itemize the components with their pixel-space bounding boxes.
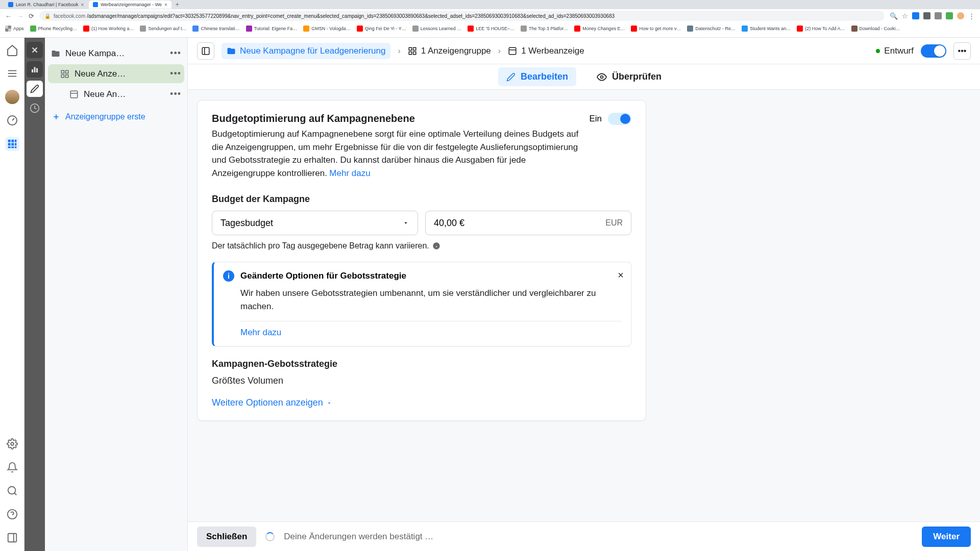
profile-icon[interactable] <box>957 12 964 19</box>
close-button[interactable]: Schließen <box>197 527 256 547</box>
currency-label: EUR <box>605 218 623 228</box>
forward-button[interactable]: → <box>17 12 23 20</box>
apps-button[interactable]: Apps <box>5 26 24 32</box>
info-icon[interactable] <box>432 242 440 250</box>
menu-icon[interactable] <box>5 66 19 81</box>
breadcrumb-adset[interactable]: 1 Anzeigengruppe <box>408 46 491 56</box>
bookmark-item[interactable]: Phone Recycling… <box>30 26 78 32</box>
close-icon[interactable]: × <box>81 2 84 8</box>
gear-icon[interactable] <box>5 437 19 451</box>
learn-more-link[interactable]: Mehr dazu <box>329 168 370 178</box>
tree-campaign-row[interactable]: Neue Kampa… ••• <box>48 44 184 63</box>
campaign-toggle[interactable] <box>921 44 946 58</box>
info-box: × i Geänderte Optionen für Gebotsstrateg… <box>212 262 631 346</box>
bookmark-item[interactable]: Download - Cooki… <box>851 26 900 32</box>
bookmark-item[interactable]: Student Wants an… <box>742 26 791 32</box>
extension-icon[interactable] <box>946 12 953 19</box>
home-icon[interactable] <box>5 43 19 57</box>
bookmark-item[interactable]: The Top 3 Platfor… <box>521 26 568 32</box>
tab-title: Werbeanzeigenmanager - We <box>101 2 162 7</box>
tree-adset-row[interactable]: Neue Anze… ••• <box>48 64 184 83</box>
bookmark-item[interactable]: Chinese translati… <box>192 26 239 32</box>
tree-ad-row[interactable]: Neue An… ••• <box>48 85 184 104</box>
more-menu-button[interactable]: ••• <box>953 42 971 60</box>
pencil-icon <box>506 72 516 82</box>
bookmark-item[interactable]: Qing Fei De Yi - Y… <box>357 26 406 32</box>
budget-amount-input[interactable] <box>434 218 605 229</box>
more-options-label: Weitere Optionen anzeigen <box>212 397 323 408</box>
browser-tab[interactable]: Leon R. Chaudhari | Facebook × <box>4 1 88 9</box>
avatar[interactable] <box>5 90 19 104</box>
ad-icon <box>69 90 79 99</box>
gauge-icon[interactable] <box>5 113 19 128</box>
bookmarks-bar: Apps Phone Recycling… (1) How Working a…… <box>0 22 980 35</box>
section-description: Budgetoptimierung auf Kampagnenebene sor… <box>212 129 578 178</box>
svg-rect-6 <box>15 140 16 142</box>
section-title: Budgetoptimierung auf Kampagnenebene <box>212 113 579 124</box>
next-button[interactable]: Weiter <box>922 527 971 547</box>
bookmark-item[interactable]: How to get more v… <box>631 26 681 32</box>
ad-icon <box>508 46 517 56</box>
url-bar[interactable]: 🔒 facebook.com/adsmanager/manage/campaig… <box>39 11 885 21</box>
back-button[interactable]: ← <box>5 12 12 20</box>
panel-toggle-button[interactable] <box>197 42 214 60</box>
search-icon[interactable] <box>5 484 19 498</box>
breadcrumb-campaign[interactable]: Neue Kampagne für Leadgenerierung <box>222 43 390 59</box>
tree-panel: Neue Kampa… ••• Neue Anze… ••• Neue An… … <box>45 38 188 551</box>
clock-icon[interactable] <box>27 100 43 116</box>
more-icon[interactable]: ••• <box>170 89 181 99</box>
close-button[interactable] <box>27 42 43 58</box>
zoom-icon[interactable]: 🔍 <box>890 12 898 20</box>
help-icon[interactable] <box>5 507 19 521</box>
folder-icon <box>227 46 236 56</box>
bookmark-item[interactable]: (1) How Working a… <box>83 26 134 32</box>
content-scroll[interactable]: Budgetoptimierung auf Kampagnenebene Bud… <box>188 90 980 551</box>
bookmark-item[interactable]: GMSN - Vologda… <box>303 26 351 32</box>
bookmark-item[interactable]: Money Changes E… <box>574 26 625 32</box>
close-icon[interactable]: × <box>618 269 624 281</box>
new-tab-button[interactable]: + <box>173 1 182 8</box>
add-adset-button[interactable]: Anzeigengruppe erste <box>48 105 184 129</box>
draft-label: Entwurf <box>884 46 914 56</box>
budget-amount-field[interactable]: EUR <box>425 211 631 235</box>
bookmark-item[interactable]: Sendungen auf t… <box>140 26 186 32</box>
more-options-link[interactable]: Weitere Optionen anzeigen <box>212 397 631 408</box>
star-icon[interactable]: ☆ <box>902 12 908 20</box>
breadcrumb-ad[interactable]: 1 Werbeanzeige <box>508 46 584 56</box>
review-tab[interactable]: Überprüfen <box>589 67 670 86</box>
bookmark-item[interactable]: Datenschutz - Re… <box>687 26 736 32</box>
collapse-icon[interactable] <box>5 531 19 545</box>
extension-icon[interactable] <box>935 12 942 19</box>
bookmark-item[interactable]: Tutorial: Eigene Fa… <box>246 26 298 32</box>
more-icon[interactable]: ••• <box>170 48 181 59</box>
svg-rect-30 <box>70 91 78 98</box>
edit-tab[interactable]: Bearbeiten <box>498 67 576 86</box>
bookmark-item[interactable]: (2) How To Add A… <box>797 26 845 32</box>
bell-icon[interactable] <box>5 460 19 474</box>
svg-rect-23 <box>34 67 36 73</box>
close-icon[interactable]: × <box>164 2 167 8</box>
svg-rect-37 <box>413 47 415 50</box>
svg-point-42 <box>601 76 603 78</box>
plus-icon <box>52 113 60 121</box>
ads-manager-icon[interactable] <box>5 137 19 151</box>
reload-button[interactable]: ⟳ <box>29 12 34 20</box>
info-learn-more-link[interactable]: Mehr dazu <box>223 328 622 338</box>
svg-rect-18 <box>8 534 16 542</box>
svg-rect-29 <box>66 74 68 77</box>
browser-chrome: Leon R. Chaudhari | Facebook × Werbeanze… <box>0 0 980 38</box>
extension-icon[interactable] <box>923 12 930 19</box>
more-icon[interactable]: ••• <box>170 68 181 79</box>
budget-hint: Der tatsächlich pro Tag ausgegebene Betr… <box>212 241 429 251</box>
bookmark-item[interactable]: Lessons Learned … <box>412 26 462 32</box>
cbo-toggle[interactable] <box>608 113 631 125</box>
browser-tab-active[interactable]: Werbeanzeigenmanager - We × <box>89 1 172 9</box>
chart-icon[interactable] <box>27 61 43 78</box>
extension-icon[interactable] <box>912 12 919 19</box>
favicon <box>8 2 13 7</box>
bookmark-item[interactable]: LEE 'S HOUSE–… <box>468 26 514 32</box>
edit-icon[interactable] <box>27 81 43 97</box>
menu-icon[interactable]: ⋮ <box>968 12 975 20</box>
budget-type-select[interactable]: Tagesbudget <box>212 211 418 235</box>
add-label: Anzeigengruppe erste <box>65 112 145 121</box>
